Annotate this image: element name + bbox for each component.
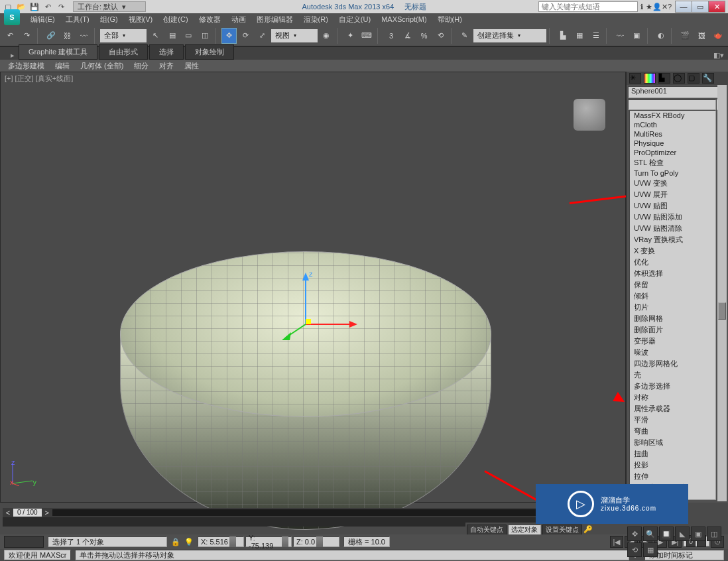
pan-button[interactable]: ✥ <box>627 527 642 541</box>
rotate-button[interactable]: ⟳ <box>238 28 253 44</box>
spinner-snap-button[interactable]: ⟲ <box>433 28 448 44</box>
edit-named-sel-button[interactable]: ✎ <box>457 28 472 44</box>
select-name-button[interactable]: ▤ <box>164 28 180 44</box>
angle-snap-button[interactable]: ∡ <box>400 28 415 44</box>
zoom-all-button[interactable]: 🔲 <box>659 527 674 541</box>
key-target-box[interactable]: 选定对象 <box>508 525 541 535</box>
menu-help[interactable]: 帮助(H) <box>438 15 462 25</box>
menu-grapheditor[interactable]: 图形编辑器 <box>257 15 293 25</box>
isolate-icon[interactable]: 💡 <box>184 538 194 546</box>
zoom-region-button[interactable]: ◫ <box>707 527 721 541</box>
modifier-item[interactable]: Turn To gPoly <box>630 168 715 178</box>
redo-icon[interactable]: ↷ <box>56 1 66 12</box>
ribbon-panel-props[interactable]: 属性 <box>180 61 203 71</box>
lock-selection-icon[interactable]: 🔒 <box>171 538 180 546</box>
material-editor-button[interactable]: ◐ <box>653 28 668 44</box>
modifier-item[interactable]: 变形器 <box>630 336 715 347</box>
welcome-button[interactable]: 欢迎使用 MAXScr <box>4 550 71 560</box>
modifier-item[interactable]: UVW 展开 <box>630 189 715 200</box>
orbit-button[interactable]: ⟲ <box>627 542 642 557</box>
menu-group[interactable]: 组(G) <box>100 15 118 25</box>
maximize-viewport-button[interactable]: ▦ <box>643 542 658 557</box>
menu-maxscript[interactable]: MAXScript(M) <box>381 15 426 23</box>
move-gizmo[interactable]: z <box>292 271 372 352</box>
bind-spacewarp-button[interactable]: 〰 <box>76 28 91 44</box>
named-selection-set[interactable]: 创建选择集▾ <box>473 29 546 42</box>
modifier-item[interactable]: 壳 <box>630 369 715 381</box>
modifier-item[interactable]: mCloth <box>630 120 715 129</box>
ribbon-tab-freeform[interactable]: 自由形式 <box>99 44 148 60</box>
modifier-item[interactable]: 影响区域 <box>630 437 715 448</box>
window-crossing-button[interactable]: ◫ <box>198 28 213 44</box>
object-name-field[interactable]: Sphere001 <box>628 86 727 98</box>
modifier-item[interactable]: 平滑 <box>630 414 715 426</box>
ribbon-panel-align[interactable]: 对齐 <box>155 61 178 71</box>
menu-tools[interactable]: 工具(T) <box>66 15 90 25</box>
ref-coord-system[interactable]: 视图▾ <box>271 29 318 42</box>
scale-button[interactable]: ⤢ <box>255 28 270 44</box>
render-button[interactable]: 🫖 <box>710 28 725 44</box>
align-button[interactable]: ▦ <box>572 28 587 44</box>
modifier-item[interactable]: 扭曲 <box>630 448 715 460</box>
menu-customize[interactable]: 自定义(U) <box>339 15 371 25</box>
time-slider[interactable]: < 0 / 100 > <box>3 508 625 517</box>
tab-motion-icon[interactable]: ◯ <box>673 73 685 84</box>
modifier-item[interactable]: Physique <box>630 139 715 148</box>
tab-modify-icon[interactable] <box>644 73 656 84</box>
unlink-button[interactable]: ⛓ <box>60 28 75 44</box>
favorite-icon[interactable]: ★ <box>646 3 652 11</box>
snap-toggle-button[interactable]: 3 <box>384 28 399 44</box>
keyboard-shortcut-button[interactable]: ⌨ <box>359 28 375 44</box>
manipulate-button[interactable]: ✦ <box>343 28 358 44</box>
modifier-item[interactable]: ProOptimizer <box>630 148 715 157</box>
exchange-icon[interactable]: ✕ <box>662 3 668 11</box>
key-icon[interactable]: 🔑 <box>583 525 593 534</box>
modifier-item[interactable]: MultiRes <box>630 129 715 139</box>
coord-y[interactable]: Y: -75.139 <box>245 536 292 547</box>
set-key-button[interactable]: 设置关键点 <box>542 525 582 535</box>
modifier-item[interactable]: 对称 <box>630 392 715 403</box>
modifier-item[interactable]: 倾斜 <box>630 290 715 302</box>
time-slider-head[interactable]: 0 / 100 <box>13 509 42 517</box>
undo-icon[interactable]: ↶ <box>42 1 53 12</box>
tab-hierarchy-icon[interactable]: ▙ <box>658 73 670 84</box>
modifier-item[interactable]: 体积选择 <box>630 268 715 279</box>
modifier-item[interactable]: UVW 贴图 <box>630 200 715 212</box>
modifier-item[interactable]: VRay 置换模式 <box>630 234 715 245</box>
modifier-item[interactable]: 切片 <box>630 302 715 313</box>
modifier-item[interactable]: 弯曲 <box>630 426 715 437</box>
selection-filter[interactable]: 全部▾ <box>100 29 147 42</box>
pivot-button[interactable]: ◉ <box>319 28 334 44</box>
modifier-item[interactable]: UVW 贴图添加 <box>630 212 715 223</box>
maximize-button[interactable]: ▭ <box>692 1 709 13</box>
ribbon-panel-geometry[interactable]: 几何体 (全部) <box>76 61 127 71</box>
ribbon-pin-icon[interactable]: ▸ <box>11 51 15 60</box>
tab-display-icon[interactable]: ▢ <box>688 73 699 84</box>
workspace-selector[interactable]: 工作台: 默认 ▾ <box>73 1 146 12</box>
infocenter-icon[interactable]: ℹ <box>640 3 643 11</box>
ribbon-tab-objectpaint[interactable]: 对象绘制 <box>185 44 234 60</box>
help-search-input[interactable] <box>538 1 638 12</box>
auto-key-button[interactable]: 自动关键点 <box>467 525 507 535</box>
modifier-item[interactable]: 保留 <box>630 279 715 290</box>
modifier-item[interactable]: 删除网格 <box>630 313 715 324</box>
zoom-button[interactable]: 🔍 <box>643 527 658 541</box>
modifier-item[interactable]: X 变换 <box>630 245 715 257</box>
modifier-item[interactable]: 噪波 <box>630 347 715 358</box>
modifier-item[interactable]: MassFX RBody <box>630 111 715 120</box>
modifier-item[interactable]: 投影 <box>630 460 715 471</box>
select-region-button[interactable]: ▭ <box>181 28 196 44</box>
maxscript-mini-icon[interactable] <box>4 536 44 548</box>
viewport[interactable]: [+] [正交] [真实+线面] z zyx <box>0 72 626 503</box>
menu-view[interactable]: 视图(V) <box>129 15 153 25</box>
modifier-item[interactable]: 优化 <box>630 257 715 268</box>
ribbon-panel-polymodel[interactable]: 多边形建模 <box>4 61 48 71</box>
modifier-item[interactable]: 删除面片 <box>630 324 715 336</box>
coord-z[interactable]: Z: 0.0 <box>293 536 339 547</box>
close-button[interactable]: ✕ <box>708 1 725 13</box>
help-icon[interactable]: ? <box>668 3 672 11</box>
modifier-item[interactable]: 属性承载器 <box>630 403 715 414</box>
zoom-extents-button[interactable]: ▣ <box>691 527 705 541</box>
menu-modifiers[interactable]: 修改器 <box>199 15 221 25</box>
ribbon-expand-icon[interactable]: ◧▾ <box>713 51 724 60</box>
